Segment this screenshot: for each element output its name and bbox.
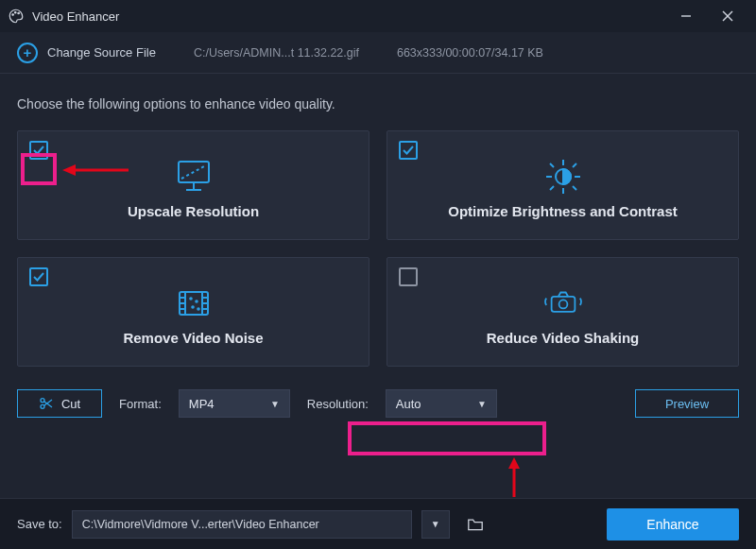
format-label: Format: (119, 397, 162, 411)
titlebar: Video Enhancer (0, 0, 756, 32)
window: Video Enhancer + Change Source File C:/U… (0, 0, 756, 549)
cut-label: Cut (61, 397, 80, 411)
svg-line-18 (550, 186, 554, 190)
svg-point-31 (198, 308, 199, 310)
brightness-icon (541, 158, 585, 196)
annotation-arrow-up (507, 457, 522, 497)
enhance-label: Enhance (646, 517, 698, 532)
svg-line-9 (181, 165, 206, 179)
svg-point-1 (15, 12, 17, 14)
svg-point-2 (18, 12, 20, 14)
svg-rect-32 (551, 296, 575, 311)
svg-point-33 (558, 300, 567, 308)
save-to-label: Save to: (17, 517, 62, 531)
change-source-label: Change Source File (47, 45, 156, 60)
format-select[interactable]: MP4 ▼ (179, 389, 290, 418)
instruction-text: Choose the following options to enhance … (0, 74, 756, 121)
svg-line-16 (573, 186, 576, 190)
option-reduce-shaking[interactable]: Reduce Video Shaking (387, 257, 739, 367)
save-bar: Save to: C:\Vidmore\Vidmore V...erter\Vi… (0, 498, 756, 549)
option-label: Remove Video Noise (123, 330, 263, 346)
minimize-button[interactable] (665, 0, 707, 32)
option-label: Optimize Brightness and Contrast (448, 203, 678, 219)
folder-icon (466, 517, 485, 532)
option-brightness-contrast[interactable]: Optimize Brightness and Contrast (387, 130, 739, 240)
toolbar: + Change Source File C:/Users/ADMIN...t … (0, 32, 756, 74)
scissors-icon (39, 396, 54, 411)
svg-line-15 (550, 163, 554, 167)
checkbox-upscale[interactable] (29, 141, 48, 160)
option-label: Upscale Resolution (128, 203, 259, 219)
resolution-select[interactable]: Auto ▼ (386, 389, 497, 418)
close-button[interactable] (707, 0, 748, 32)
enhance-button[interactable]: Enhance (607, 508, 739, 540)
cut-button[interactable]: Cut (17, 389, 102, 418)
source-file-meta: 663x333/00:00:07/34.17 KB (397, 46, 543, 60)
save-path-value: C:\Vidmore\Vidmore V...erter\Video Enhan… (82, 518, 319, 531)
resolution-label: Resolution: (307, 397, 369, 411)
checkbox-noise[interactable] (29, 267, 48, 286)
checkbox-shaking[interactable] (399, 267, 418, 286)
chevron-down-icon: ▼ (477, 399, 487, 409)
open-folder-button[interactable] (459, 510, 491, 539)
format-value: MP4 (189, 397, 215, 411)
option-label: Reduce Video Shaking (487, 330, 639, 346)
chevron-down-icon: ▼ (431, 519, 440, 529)
options-grid: Upscale Resolution Optimize Brightness a… (0, 121, 756, 372)
preview-button[interactable]: Preview (635, 389, 739, 418)
monitor-upscale-icon (172, 158, 215, 196)
change-source-button[interactable]: + Change Source File (17, 43, 156, 63)
svg-line-17 (573, 163, 576, 167)
source-file-path: C:/Users/ADMIN...t 11.32.22.gif (194, 46, 359, 60)
svg-point-0 (12, 14, 14, 16)
preview-label: Preview (665, 397, 709, 411)
app-palette-icon (8, 8, 25, 25)
plus-circle-icon: + (17, 43, 38, 63)
option-remove-noise[interactable]: Remove Video Noise (17, 257, 369, 367)
svg-marker-41 (508, 457, 520, 469)
camera-shake-icon (541, 284, 585, 322)
svg-point-28 (190, 298, 192, 300)
annotation-highlight-resolution (348, 421, 546, 455)
chevron-down-icon: ▼ (270, 399, 280, 409)
option-upscale-resolution[interactable]: Upscale Resolution (17, 130, 369, 240)
svg-point-30 (192, 306, 194, 308)
film-noise-icon (172, 284, 215, 322)
resolution-value: Auto (396, 397, 421, 411)
save-path-dropdown[interactable]: ▼ (421, 510, 450, 539)
save-path-input[interactable]: C:\Vidmore\Vidmore V...erter\Video Enhan… (72, 510, 412, 539)
window-title: Video Enhancer (32, 9, 119, 24)
controls-row: Cut Format: MP4 ▼ Resolution: Auto ▼ Pre… (0, 372, 756, 418)
checkbox-brightness[interactable] (399, 141, 418, 160)
svg-point-29 (196, 300, 198, 302)
